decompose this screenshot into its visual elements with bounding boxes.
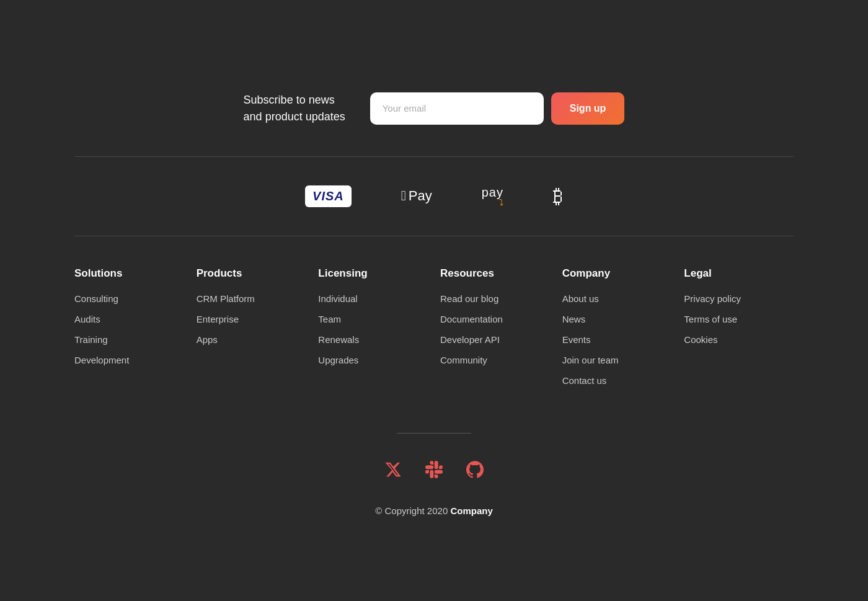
slack-icon[interactable] — [423, 458, 445, 481]
link-individual[interactable]: Individual — [318, 293, 428, 304]
copyright-text: © Copyright 2020 — [375, 505, 450, 516]
applepay-text: Pay — [409, 188, 432, 204]
visa-logo: VISA — [305, 185, 352, 207]
link-training[interactable]: Training — [74, 334, 184, 345]
apple-logo-icon:  — [401, 188, 406, 204]
subscribe-text: Subscribe to news and product updates — [244, 92, 345, 125]
products-column: Products CRM Platform Enterprise Apps — [197, 267, 306, 396]
link-enterprise[interactable]: Enterprise — [197, 314, 306, 324]
footer: Subscribe to news and product updates Si… — [0, 55, 868, 547]
bitcoin-payment-icon: ₿ — [553, 185, 563, 208]
amazonpay-logo: pay ⤵ — [482, 185, 503, 207]
payment-section: VISA  Pay pay ⤵ ₿ — [74, 157, 794, 236]
company-column: Company About us News Events Join our te… — [562, 267, 672, 396]
link-terms-of-use[interactable]: Terms of use — [684, 314, 794, 324]
email-input[interactable] — [370, 92, 544, 125]
link-team[interactable]: Team — [318, 314, 428, 324]
link-read-our-blog[interactable]: Read our blog — [440, 293, 550, 304]
licensing-title: Licensing — [318, 267, 428, 280]
footer-links-section: Solutions Consulting Audits Training Dev… — [74, 236, 794, 427]
link-apps[interactable]: Apps — [197, 334, 306, 345]
link-privacy-policy[interactable]: Privacy policy — [684, 293, 794, 304]
copyright-company: Company — [450, 505, 492, 516]
link-developer-api[interactable]: Developer API — [440, 334, 550, 345]
twitter-x-icon[interactable] — [382, 458, 404, 481]
link-development[interactable]: Development — [74, 355, 184, 365]
link-renewals[interactable]: Renewals — [318, 334, 428, 345]
subscribe-section: Subscribe to news and product updates Si… — [74, 55, 794, 156]
solutions-column: Solutions Consulting Audits Training Dev… — [74, 267, 184, 396]
products-title: Products — [197, 267, 306, 280]
link-contact-us[interactable]: Contact us — [562, 375, 672, 386]
subscribe-line2: and product updates — [244, 110, 345, 123]
signup-button[interactable]: Sign up — [551, 92, 625, 125]
link-audits[interactable]: Audits — [74, 314, 184, 324]
visa-payment-icon: VISA — [305, 185, 352, 207]
resources-title: Resources — [440, 267, 550, 280]
github-icon[interactable] — [464, 458, 486, 481]
link-about-us[interactable]: About us — [562, 293, 672, 304]
legal-title: Legal — [684, 267, 794, 280]
amazonpay-payment-icon: pay ⤵ — [482, 185, 503, 207]
link-upgrades[interactable]: Upgrades — [318, 355, 428, 365]
applepay-payment-icon:  Pay — [401, 188, 432, 204]
copyright-section: © Copyright 2020 Company — [74, 499, 794, 547]
social-section — [74, 452, 794, 499]
link-news[interactable]: News — [562, 314, 672, 324]
short-divider — [397, 433, 471, 434]
link-join-our-team[interactable]: Join our team — [562, 355, 672, 365]
link-events[interactable]: Events — [562, 334, 672, 345]
link-consulting[interactable]: Consulting — [74, 293, 184, 304]
company-title: Company — [562, 267, 672, 280]
link-documentation[interactable]: Documentation — [440, 314, 550, 324]
link-cookies[interactable]: Cookies — [684, 334, 794, 345]
licensing-column: Licensing Individual Team Renewals Upgra… — [318, 267, 428, 396]
resources-column: Resources Read our blog Documentation De… — [440, 267, 550, 396]
link-community[interactable]: Community — [440, 355, 550, 365]
bitcoin-logo: ₿ — [553, 185, 563, 208]
solutions-title: Solutions — [74, 267, 184, 280]
link-crm-platform[interactable]: CRM Platform — [197, 293, 306, 304]
subscribe-form: Sign up — [370, 92, 625, 125]
legal-column: Legal Privacy policy Terms of use Cookie… — [684, 267, 794, 396]
subscribe-line1: Subscribe to news — [244, 94, 335, 106]
